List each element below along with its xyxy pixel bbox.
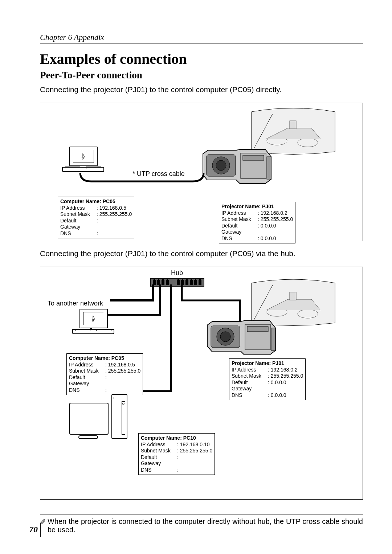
d2-pc10-mask-v: 255.255.255.0	[177, 448, 212, 454]
pc05-ip-k: IP Address	[60, 205, 97, 212]
d2-pc10-title: Computer Name: PC10	[141, 435, 212, 442]
d2-pc05-title: Computer Name: PC05	[69, 355, 140, 362]
d2-pc10-ip-k: IP Address	[141, 442, 177, 448]
pj01-dns-k: DNS	[221, 235, 258, 242]
laptop-icon-2	[79, 309, 114, 334]
pc05-dns-v	[97, 230, 98, 237]
d2-pc10-info-box: Computer Name: PC10 IP Address192.168.0.…	[138, 433, 215, 475]
projector-icon	[200, 147, 273, 186]
d2-pc10-gw-k: Default Gateway	[141, 454, 177, 467]
d2-pj01-dns-v: 0.0.0.0	[268, 392, 286, 399]
pc05-mask-k: Subnet Mask	[60, 211, 97, 218]
diagram-hub-connection: Hub To another network	[40, 267, 363, 500]
svg-rect-8	[243, 155, 264, 160]
d2-pc05-info-box: Computer Name: PC05 IP Address192.168.0.…	[66, 353, 143, 395]
d2-pj01-info-box: Projector Name: PJ01 IP Address192.168.0…	[229, 358, 306, 400]
pj01-gw-k: Default Gateway	[221, 223, 258, 235]
pc05-gw-v	[97, 218, 98, 230]
pj01-ip-v: 192.168.0.2	[258, 210, 287, 217]
d2-pc10-gw-v	[177, 454, 179, 467]
d2-pj01-gw-k: Default Gateway	[232, 379, 268, 392]
intro-text-2: Connecting the projector (PJ01) to the c…	[40, 249, 363, 258]
d2-pc10-mask-k: Subnet Mask	[141, 448, 177, 454]
d2-pc05-dns-k: DNS	[69, 387, 105, 394]
intro-text-1: Connecting the projector (PJ01) to the c…	[40, 85, 363, 94]
pj01-title: Projector Name: PJ01	[221, 204, 293, 210]
d2-pc05-mask-k: Subnet Mask	[69, 368, 105, 374]
d2-pc05-dns-v	[105, 387, 107, 394]
d2-pj01-gw-v: 0.0.0.0	[268, 379, 286, 392]
pj01-mask-k: Subnet Mask	[221, 216, 258, 223]
d2-pc05-gw-v	[105, 374, 107, 387]
pc05-title: Computer Name: PC05	[60, 198, 132, 205]
svg-rect-18	[247, 327, 268, 332]
pj01-mask-v: 255.255.255.0	[258, 216, 293, 223]
d2-pc05-ip-k: IP Address	[69, 362, 105, 368]
d2-pj01-ip-k: IP Address	[232, 367, 268, 373]
d2-pc05-ip-v: 192.168.0.5	[105, 362, 135, 368]
pencil-icon: ✐	[40, 517, 46, 526]
laptop-icon	[69, 147, 104, 172]
d2-pj01-mask-k: Subnet Mask	[232, 373, 268, 379]
d2-pc05-gw-k: Default Gateway	[69, 374, 105, 387]
footnote-text: When the projector is connected to the c…	[48, 517, 363, 534]
svg-point-6	[216, 160, 226, 171]
pc05-mask-v: 255.255.255.0	[97, 211, 132, 218]
page-number: 70	[29, 523, 41, 537]
page-title: Examples of connection	[40, 50, 363, 67]
d2-pc10-dns-k: DNS	[141, 467, 177, 473]
pc05-gw-k: Default Gateway	[60, 218, 97, 230]
pj01-dns-v: 0.0.0.0	[258, 235, 276, 242]
pj01-gw-v: 0.0.0.0	[258, 223, 276, 235]
footnote: ✐ When the projector is connected to the…	[40, 517, 363, 534]
chapter-label: Chapter 6 Appendix	[40, 33, 104, 42]
pc05-info-box: Computer Name: PC05 IP Address192.168.0.…	[58, 197, 134, 238]
d2-pj01-dns-k: DNS	[232, 392, 268, 399]
projector-icon-2	[204, 318, 277, 358]
desktop-pc-icon	[69, 394, 127, 439]
pc05-dns-k: DNS	[60, 230, 97, 237]
pj01-info-box: Projector Name: PJ01 IP Address192.168.0…	[219, 202, 295, 243]
svg-rect-19	[271, 328, 275, 350]
d2-pj01-ip-v: 192.168.0.2	[268, 367, 298, 373]
hub-label: Hub	[171, 269, 183, 277]
d2-pj01-mask-v: 255.255.255.0	[268, 373, 303, 379]
pc05-ip-v: 192.168.0.5	[97, 205, 126, 212]
d2-pc10-dns-v	[177, 467, 179, 473]
svg-point-16	[220, 332, 230, 342]
svg-rect-9	[267, 157, 271, 179]
section-subtitle: Peer-To-Peer connection	[40, 70, 363, 81]
diagram-peer-to-peer: * UTP cross cable Computer Name: PC05 IP…	[40, 103, 363, 241]
d2-pc05-mask-v: 255.255.255.0	[105, 368, 140, 374]
d2-pc10-ip-v: 192.168.0.10	[177, 442, 210, 448]
pj01-ip-k: IP Address	[221, 210, 258, 217]
d2-pj01-title: Projector Name: PJ01	[232, 360, 303, 367]
